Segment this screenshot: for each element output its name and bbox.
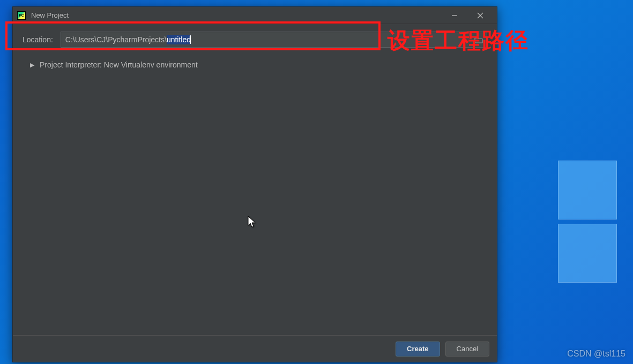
cancel-button[interactable]: Cancel [445,342,489,357]
desktop-tile [558,224,617,283]
minimize-button[interactable] [446,9,463,22]
desktop-tiles [558,161,617,287]
interpreter-row[interactable]: ▶ Project Interpreter: New Virtualenv en… [23,60,487,69]
window-controls [446,9,493,22]
desktop-tile [558,161,617,219]
dialog-footer: Create Cancel [13,335,497,362]
pycharm-icon: PC [17,11,26,20]
location-path-prefix: C:\Users\CJ\PycharmProjects\ [65,35,167,44]
window-title: New Project [31,11,446,19]
location-label: Location: [23,35,53,44]
new-project-dialog: PC New Project Location: C:\Users\CJ\Pyc… [12,6,497,362]
titlebar[interactable]: PC New Project [13,7,497,24]
location-path-selection: untitled [167,35,191,44]
text-caret [190,35,191,44]
chevron-right-icon: ▶ [30,62,34,69]
annotation-text: 设置工程路径 [388,26,529,56]
mouse-cursor-icon [248,216,257,231]
interpreter-label: Project Interpreter: New Virtualenv envi… [40,60,198,69]
dialog-body: Location: C:\Users\CJ\PycharmProjects\un… [13,24,497,335]
watermark: CSDN @tsl115 [567,349,625,359]
create-button[interactable]: Create [396,342,440,357]
close-button[interactable] [472,9,488,22]
